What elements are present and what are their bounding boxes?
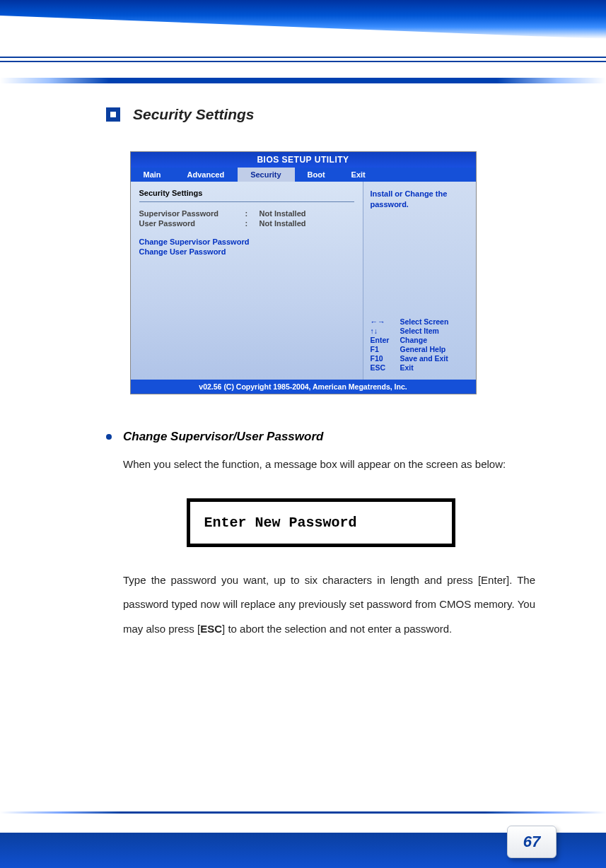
bios-footer: v02.56 (C) Copyright 1985-2004, American… — [131, 380, 476, 394]
bullet-heading: Change Supervisor/User Password — [106, 430, 535, 444]
page-number: 67 — [523, 833, 540, 851]
section-marker-icon — [106, 107, 120, 122]
divider — [139, 201, 354, 202]
bios-main-panel: Security Settings Supervisor Password : … — [131, 182, 363, 380]
text-run: ] to abort the selection and not enter a… — [222, 623, 452, 635]
bios-link-change-user[interactable]: Change User Password — [139, 247, 354, 256]
esc-keyword: ESC — [200, 623, 222, 635]
section-header: Security Settings — [106, 106, 549, 123]
key-desc: Exit — [400, 363, 414, 372]
key-f1: F1 — [371, 345, 400, 353]
bios-row-supervisor: Supervisor Password : Not Installed — [139, 209, 354, 218]
section-title: Security Settings — [133, 106, 255, 123]
key-esc: ESC — [371, 363, 400, 372]
bios-tab-boot[interactable]: Boot — [295, 168, 339, 182]
bios-label: Supervisor Password — [139, 209, 245, 218]
key-desc: Select Item — [400, 327, 439, 335]
header-line — [0, 61, 606, 62]
key-arrows-lr-icon: ←→ — [371, 317, 400, 326]
key-desc: Select Screen — [400, 317, 449, 326]
bullet-title: Change Supervisor/User Password — [123, 430, 323, 444]
bios-link-change-supervisor[interactable]: Change Supervisor Password — [139, 237, 354, 246]
footer-line — [0, 811, 606, 814]
key-desc: General Help — [400, 345, 446, 353]
key-f10: F10 — [371, 354, 400, 363]
header-gradient — [0, 0, 606, 39]
bios-help-panel: Install or Change the password. ←→Select… — [363, 182, 476, 380]
bios-value: Not Installed — [260, 209, 306, 218]
key-arrows-ud-icon: ↑↓ — [371, 327, 400, 335]
bios-screenshot: BIOS SETUP UTILITY Main Advanced Securit… — [130, 151, 477, 394]
bios-tab-main[interactable]: Main — [131, 168, 175, 182]
key-enter: Enter — [371, 336, 400, 344]
colon: : — [245, 209, 260, 218]
body-paragraph: Type the password you want, up to six ch… — [123, 568, 535, 642]
body-paragraph: When you select the function, a message … — [123, 452, 535, 477]
page-footer: 67 — [0, 811, 606, 868]
bios-key-legend: ←→Select Screen ↑↓Select Item EnterChang… — [371, 317, 469, 373]
page-number-tab: 67 — [507, 826, 557, 858]
footer-bar: 67 — [0, 833, 606, 868]
bullet-dot-icon — [106, 434, 112, 440]
bios-value: Not Installed — [260, 219, 306, 228]
bios-panel-title: Security Settings — [139, 189, 354, 197]
bios-tab-exit[interactable]: Exit — [339, 168, 379, 182]
password-prompt-box: Enter New Password — [187, 498, 455, 547]
page-header — [0, 0, 606, 85]
colon: : — [245, 219, 260, 228]
bios-label: User Password — [139, 219, 245, 228]
bios-tab-bar: Main Advanced Security Boot Exit — [131, 168, 476, 182]
bios-tab-advanced[interactable]: Advanced — [175, 168, 238, 182]
key-desc: Save and Exit — [400, 354, 448, 363]
bios-help-text: Install or Change the password. — [371, 189, 469, 211]
header-bar — [0, 78, 606, 83]
bios-tab-security[interactable]: Security — [238, 168, 294, 182]
bios-row-user: User Password : Not Installed — [139, 219, 354, 228]
header-line — [0, 57, 606, 58]
key-desc: Change — [400, 336, 428, 344]
bios-title: BIOS SETUP UTILITY — [131, 152, 476, 168]
